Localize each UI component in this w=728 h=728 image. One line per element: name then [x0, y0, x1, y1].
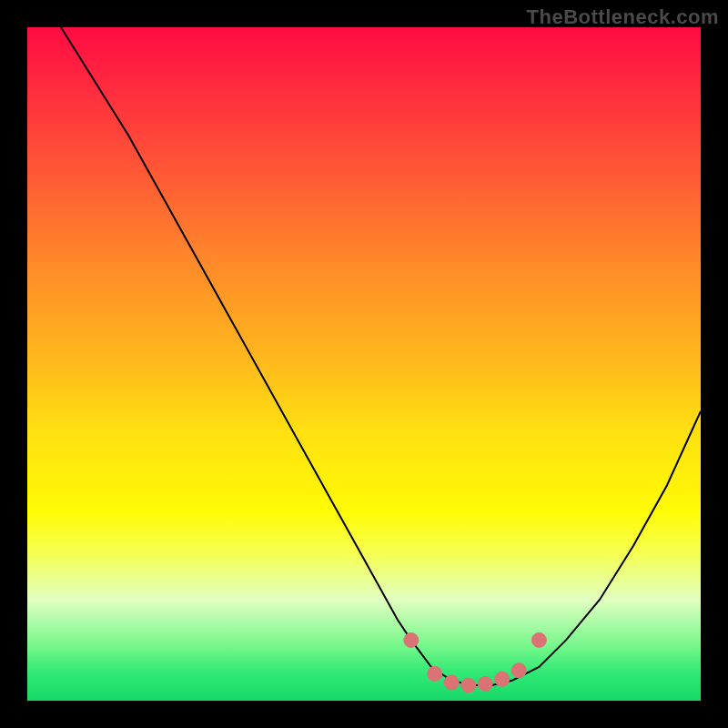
- valley-marker: [495, 672, 510, 686]
- valley-markers: [404, 632, 547, 693]
- plot-area: [27, 27, 701, 701]
- watermark-text: TheBottleneck.com: [527, 5, 719, 29]
- valley-marker: [428, 666, 442, 681]
- valley-marker: [461, 678, 476, 693]
- chart-frame: TheBottleneck.com: [0, 0, 728, 728]
- valley-marker: [404, 632, 419, 647]
- valley-marker: [531, 632, 546, 647]
- bottleneck-curve: [27, 27, 701, 701]
- valley-marker: [511, 663, 526, 678]
- valley-marker: [444, 675, 459, 690]
- valley-marker: [478, 677, 492, 692]
- curve-path: [61, 27, 701, 685]
